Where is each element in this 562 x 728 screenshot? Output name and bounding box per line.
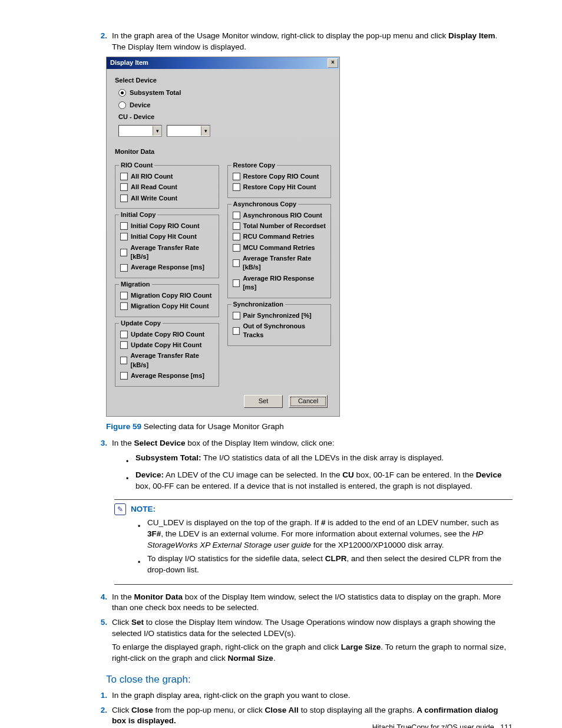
dialog-titlebar: Display Item × xyxy=(107,57,339,69)
bullet-subsystem-total: Subsystem Total: The I/O statistics data… xyxy=(126,453,513,467)
dialog-title: Display Item xyxy=(110,58,148,67)
checkbox-icon xyxy=(120,292,128,299)
note-label: NOTE: xyxy=(131,504,156,515)
device-combo[interactable]: ▾ xyxy=(167,125,210,137)
group-restore-copy: Restore Copy Restore Copy RIO Count Rest… xyxy=(227,165,332,198)
subheading-close-graph: To close the graph: xyxy=(106,673,513,687)
radio-icon xyxy=(118,89,126,97)
checkbox-icon xyxy=(233,183,240,191)
select-device-heading: Select Device xyxy=(115,76,331,85)
chk-all-rio-count[interactable]: All RIO Count xyxy=(120,172,215,181)
note-icon: ✎ xyxy=(114,503,126,515)
cancel-button[interactable]: Cancel xyxy=(289,395,328,408)
note-block: ✎ NOTE: CU_LDEV is displayed on the top … xyxy=(114,499,513,584)
step-3: 3. In the Select Device box of the Displ… xyxy=(97,438,513,449)
checkbox-icon xyxy=(233,327,240,335)
checkbox-icon xyxy=(120,264,128,272)
checkbox-icon xyxy=(120,341,128,349)
cu-device-label: CU - Device xyxy=(118,113,331,121)
display-item-dialog: Display Item × Select Device Subsystem T… xyxy=(106,57,340,417)
page-footer: Hitachi TrueCopy for z/OS user guide 111 xyxy=(372,723,513,728)
step-5: 5. Click Set to close the Display Item w… xyxy=(97,617,513,664)
bullet-device: Device: An LDEV of the CU image can be s… xyxy=(126,470,513,492)
bullet-icon xyxy=(126,473,130,485)
group-rio-count: RIO Count All RIO Count All Read Count A… xyxy=(115,165,219,209)
checkbox-icon xyxy=(120,233,128,241)
group-synchronization: Synchronization Pair Synchronized [%] Ou… xyxy=(227,304,332,346)
note-bullet-1: CU_LDEV is displayed on the top of the g… xyxy=(138,518,513,551)
monitor-data-heading: Monitor Data xyxy=(115,147,331,156)
chevron-down-icon: ▾ xyxy=(201,126,210,136)
checkbox-icon xyxy=(233,233,240,241)
checkbox-icon xyxy=(233,279,240,287)
set-button[interactable]: Set xyxy=(244,395,283,408)
chk-all-read-count[interactable]: All Read Count xyxy=(120,183,215,192)
close-icon[interactable]: × xyxy=(328,58,338,68)
checkbox-icon xyxy=(233,212,240,219)
note-bullet-2: To display I/O statistics for the sidefi… xyxy=(138,554,513,576)
step-2: 2. In the graph area of the Usage Monito… xyxy=(97,31,513,53)
checkbox-icon xyxy=(233,312,240,319)
checkbox-icon xyxy=(233,222,240,230)
bullet-icon xyxy=(126,456,130,467)
radio-subsystem-total[interactable]: Subsystem Total xyxy=(118,88,331,97)
group-async-copy: Asynchronous Copy Asynchronous RIO Count… xyxy=(227,204,332,298)
checkbox-icon xyxy=(120,173,128,180)
checkbox-icon xyxy=(120,222,128,230)
checkbox-icon xyxy=(120,302,128,310)
step-4: 4. In the Monitor Data box of the Displa… xyxy=(97,592,513,614)
bullet-icon xyxy=(138,521,141,532)
display-item-dialog-figure: Display Item × Select Device Subsystem T… xyxy=(106,57,513,417)
radio-icon xyxy=(118,101,126,109)
monitor-right-column: Restore Copy Restore Copy RIO Count Rest… xyxy=(227,159,332,387)
step-number: 2. xyxy=(97,31,107,42)
group-initial-copy: Initial Copy Initial Copy RIO Count Init… xyxy=(115,215,219,278)
checkbox-icon xyxy=(120,195,128,202)
chevron-down-icon: ▾ xyxy=(153,126,161,136)
checkbox-icon xyxy=(120,372,128,380)
checkbox-icon xyxy=(120,331,128,338)
checkbox-icon xyxy=(120,249,127,256)
chk-all-write-count[interactable]: All Write Count xyxy=(120,194,215,203)
group-update-copy: Update Copy Update Copy RIO Count Update… xyxy=(115,323,219,387)
figure-caption: Figure 59 Selecting data for Usage Monit… xyxy=(106,421,513,433)
checkbox-icon xyxy=(233,259,240,267)
monitor-left-column: RIO Count All RIO Count All Read Count A… xyxy=(115,159,219,387)
group-migration: Migration Migration Copy RIO Count Migra… xyxy=(115,284,219,317)
close-step-1: 1. In the graph display area, right-clic… xyxy=(97,690,513,701)
cu-combo[interactable]: ▾ xyxy=(118,125,162,137)
radio-device[interactable]: Device xyxy=(118,101,331,110)
checkbox-icon xyxy=(120,357,127,364)
checkbox-icon xyxy=(233,244,240,252)
checkbox-icon xyxy=(233,173,240,180)
bullet-icon xyxy=(138,557,141,568)
checkbox-icon xyxy=(120,183,128,191)
